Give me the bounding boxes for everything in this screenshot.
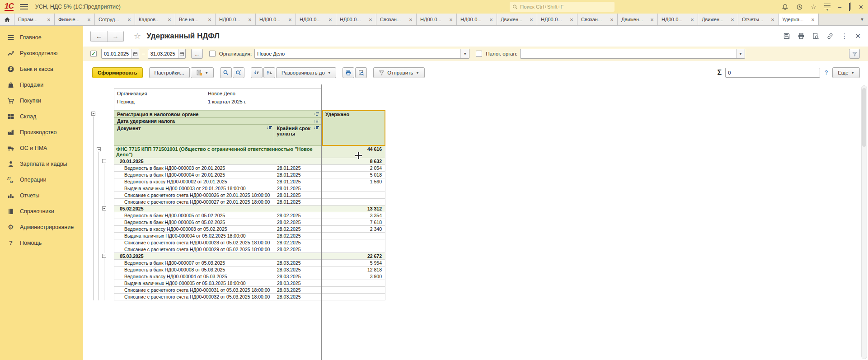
- collapse-level1-icon[interactable]: [91, 112, 95, 116]
- back-button[interactable]: ←: [91, 31, 107, 42]
- document-cell[interactable]: Списание с расчетного счета НД00-000029 …: [114, 246, 274, 253]
- tab-close-icon[interactable]: ✕: [811, 17, 815, 22]
- tab-close-icon[interactable]: ✕: [47, 17, 51, 22]
- print-button[interactable]: [343, 67, 354, 78]
- tab-close-icon[interactable]: ✕: [771, 17, 774, 22]
- amount-cell[interactable]: [322, 294, 385, 300]
- amount-cell[interactable]: 1 560: [322, 178, 385, 185]
- sidebar-item-books[interactable]: Справочники: [0, 203, 83, 219]
- tab-home[interactable]: [0, 14, 14, 25]
- tab-1[interactable]: Парам...✕: [14, 14, 55, 25]
- amount-cell[interactable]: 2 340: [322, 226, 385, 233]
- header-withheld[interactable]: Удержано: [322, 110, 385, 146]
- deadline-cell[interactable]: 28.03.2025: [274, 266, 321, 273]
- date-total-cell[interactable]: 8 632: [322, 158, 385, 165]
- tab-10[interactable]: Связан...✕: [376, 14, 417, 25]
- date-cell[interactable]: 05.03.2025: [114, 253, 321, 260]
- sidebar-item-chart[interactable]: Отчеты: [0, 187, 83, 203]
- tab-close-icon[interactable]: ✕: [288, 17, 292, 22]
- sidebar-item-help[interactable]: ?Помощь: [0, 235, 83, 251]
- tab-15[interactable]: Связан...✕: [577, 14, 618, 25]
- save-icon[interactable]: [783, 33, 790, 40]
- settings-button[interactable]: Настройки...: [149, 67, 190, 78]
- date-total-cell[interactable]: 22 672: [322, 253, 385, 260]
- info-row-organization[interactable]: Организация Новое Дело: [114, 89, 321, 98]
- favorite-star-icon[interactable]: ☆: [134, 31, 141, 41]
- more-button[interactable]: Еще▼: [832, 67, 860, 78]
- frozen-pane-divider[interactable]: [321, 84, 322, 360]
- sidebar-item-bag[interactable]: Продажи: [0, 77, 83, 93]
- tab-17[interactable]: НД00-0...✕: [658, 14, 698, 25]
- document-cell[interactable]: Ведомость в банк НД00-000003 от 20.01.20…: [114, 165, 274, 172]
- expand-to-button[interactable]: Разворачивать до▼: [276, 67, 336, 78]
- deadline-cell[interactable]: 28.02.2025: [274, 239, 321, 246]
- tab-16[interactable]: Движен...✕: [618, 14, 658, 25]
- collapse-date-icon[interactable]: [102, 206, 106, 210]
- tab-close-icon[interactable]: ✕: [610, 17, 614, 22]
- more-actions-icon[interactable]: ⋮: [841, 32, 848, 40]
- expand-groups-button[interactable]: [263, 67, 275, 78]
- tab-8[interactable]: НД00-0...✕: [296, 14, 336, 25]
- document-cell[interactable]: Ведомость в банк НД00-000007 от 05.03.20…: [114, 260, 274, 266]
- calendar-icon[interactable]: [178, 49, 185, 58]
- collapse-date-icon[interactable]: [102, 159, 106, 163]
- tab-19[interactable]: Отчеты...✕: [738, 14, 779, 25]
- close-form-icon[interactable]: ✕: [855, 32, 861, 40]
- restore-button[interactable]: [849, 4, 851, 10]
- link-icon[interactable]: [826, 33, 834, 40]
- print-icon[interactable]: [798, 33, 805, 40]
- deadline-cell[interactable]: 28.01.2025: [274, 178, 321, 185]
- sidebar-item-dtkt[interactable]: ДтКтОперации: [0, 172, 83, 187]
- tab-14[interactable]: НД00-0...✕: [537, 14, 577, 25]
- tab-close-icon[interactable]: ✕: [328, 17, 332, 22]
- amount-cell[interactable]: [322, 246, 385, 253]
- amount-cell[interactable]: 7 618: [322, 219, 385, 226]
- deadline-cell[interactable]: 28.03.2025: [274, 287, 321, 294]
- tab-5[interactable]: Все на...✕: [175, 14, 216, 25]
- tab-3[interactable]: Сотруд...✕: [95, 14, 135, 25]
- tab-close-icon[interactable]: ✕: [690, 17, 694, 22]
- deadline-cell[interactable]: 28.02.2025: [274, 246, 321, 253]
- amount-cell[interactable]: [322, 185, 385, 192]
- amount-cell[interactable]: 2 054: [322, 165, 385, 172]
- amount-cell[interactable]: 12 818: [322, 266, 385, 273]
- tax-authority-checkbox[interactable]: [476, 51, 482, 57]
- main-menu-icon[interactable]: [20, 4, 28, 9]
- date-total-cell[interactable]: 13 312: [322, 206, 385, 212]
- chevron-down-icon[interactable]: ▼: [736, 49, 745, 58]
- help-link[interactable]: ?: [825, 70, 828, 76]
- close-window-button[interactable]: ✕: [859, 4, 863, 10]
- period-checkbox[interactable]: ✓: [90, 51, 97, 57]
- sidebar-item-trend[interactable]: Руководителю: [0, 45, 83, 61]
- collapse-groups-button[interactable]: [251, 67, 263, 78]
- document-cell[interactable]: Списание с расчетного счета НД00-000028 …: [114, 239, 274, 246]
- amount-cell[interactable]: [322, 280, 385, 287]
- tab-20[interactable]: Удержа...✕: [779, 14, 819, 25]
- deadline-cell[interactable]: 28.02.2025: [274, 233, 321, 239]
- sidebar-item-warehouse[interactable]: Склад: [0, 108, 83, 124]
- amount-cell[interactable]: [322, 287, 385, 294]
- document-cell[interactable]: Списание с расчетного счета НД00-000027 …: [114, 199, 274, 206]
- tab-6[interactable]: НД00-0...✕: [216, 14, 256, 25]
- tab-close-icon[interactable]: ✕: [489, 17, 493, 22]
- scrollbar-thumb[interactable]: [862, 88, 866, 147]
- deadline-cell[interactable]: 28.01.2025: [274, 185, 321, 192]
- tab-11[interactable]: НД00-0...✕: [417, 14, 457, 25]
- chevron-down-icon[interactable]: ▼: [460, 49, 469, 58]
- tab-9[interactable]: НД00-0...✕: [336, 14, 376, 25]
- minimize-button[interactable]: –: [838, 4, 841, 10]
- amount-cell[interactable]: [322, 192, 385, 199]
- amount-cell[interactable]: 3 900: [322, 273, 385, 280]
- filter-settings-button[interactable]: [849, 49, 860, 59]
- amount-cell[interactable]: 5 954: [322, 260, 385, 266]
- document-cell[interactable]: Списание с расчетного счета НД00-000032 …: [114, 294, 274, 300]
- group-total-cell[interactable]: 44 616: [322, 146, 385, 158]
- notifications-bell-icon[interactable]: [782, 4, 788, 10]
- tab-close-icon[interactable]: ✕: [87, 17, 91, 22]
- tax-authority-combo[interactable]: ▼: [520, 49, 745, 59]
- document-cell[interactable]: Ведомость в кассу НД00-000002 от 20.01.2…: [114, 178, 274, 185]
- amount-cell[interactable]: 5 018: [322, 172, 385, 178]
- tab-7[interactable]: НД00-0...✕: [256, 14, 296, 25]
- find-button[interactable]: [220, 67, 232, 78]
- tab-close-icon[interactable]: ✕: [248, 17, 252, 22]
